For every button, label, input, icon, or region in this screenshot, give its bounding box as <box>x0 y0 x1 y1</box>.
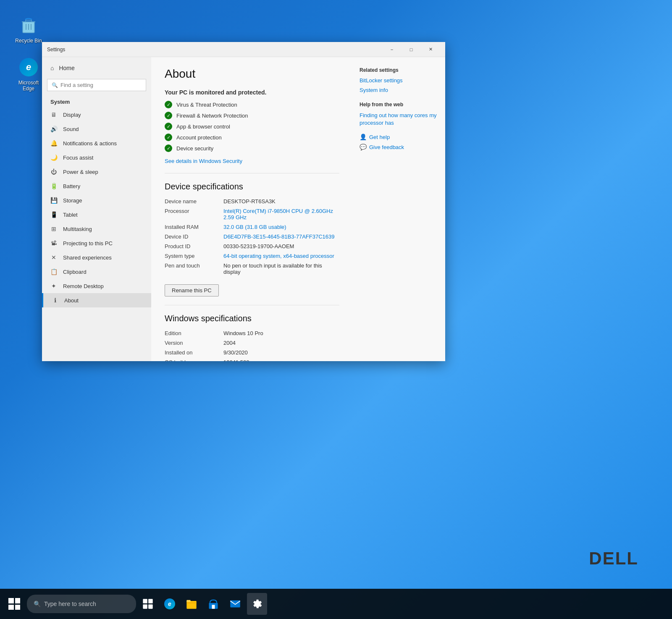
svg-rect-4 <box>148 604 153 609</box>
system-info-link[interactable]: System info <box>360 87 438 93</box>
microsoft-edge-desktop-icon[interactable]: e Microsoft Edge <box>12 55 45 94</box>
spec-label-edition: Edition <box>165 330 223 336</box>
spec-row-product-id: Product ID 00330-52319-19700-AAOEM <box>165 243 339 249</box>
divider-specs <box>165 173 339 173</box>
sidebar-item-tablet[interactable]: 📱 Tablet <box>42 207 151 222</box>
sidebar-item-focus[interactable]: 🌙 Focus assist <box>42 150 151 165</box>
help-link[interactable]: Finding out how many cores my processor … <box>360 112 438 127</box>
taskbar-explorer-button[interactable] <box>181 593 202 615</box>
check-account-icon <box>165 134 172 141</box>
protection-item-account: Account protection <box>165 134 339 141</box>
about-icon: ℹ <box>52 297 58 304</box>
taskbar-search-box[interactable]: 🔍 <box>27 595 136 613</box>
browser-label: App & browser control <box>176 123 230 130</box>
spec-row-version: Version 2004 <box>165 340 339 346</box>
sidebar-item-power[interactable]: ⏻ Power & sleep <box>42 165 151 179</box>
settings-window: Settings − □ ✕ ⌂ Home 🔍 System <box>42 42 445 361</box>
sidebar-item-clipboard[interactable]: 📋 Clipboard <box>42 265 151 279</box>
check-browser-icon <box>165 123 172 130</box>
recycle-bin-icon[interactable]: Recycle Bin <box>12 13 45 46</box>
spec-row-processor: Processor Intel(R) Core(TM) i7-9850H CPU… <box>165 208 339 220</box>
bitlocker-link[interactable]: BitLocker settings <box>360 77 438 84</box>
spec-value-os-build: 19041.508 <box>223 359 339 361</box>
account-label: Account protection <box>176 134 222 141</box>
protection-item-device: Device security <box>165 144 339 152</box>
sidebar-item-battery[interactable]: 🔋 Battery <box>42 179 151 193</box>
sidebar-search-box[interactable]: 🔍 <box>47 79 146 91</box>
projecting-icon: 📽 <box>50 240 57 247</box>
sidebar-home[interactable]: ⌂ Home <box>42 60 151 76</box>
spec-row-device-name: Device name DESKTOP-RT6SA3K <box>165 198 339 205</box>
spec-row-device-id: Device ID D6E4D7FB-3E15-4645-81B3-77AFF3… <box>165 233 339 240</box>
sidebar-item-shared[interactable]: ✕ Shared experiences <box>42 250 151 265</box>
firewall-label: Firewall & Network Protection <box>176 113 248 119</box>
taskbar-edge-button[interactable]: e <box>160 593 180 615</box>
close-button[interactable]: ✕ <box>421 42 440 57</box>
recycle-bin-label: Recycle Bin <box>15 38 42 44</box>
related-settings-title: Related settings <box>360 67 438 73</box>
taskbar-settings-button[interactable] <box>247 593 267 615</box>
protection-item-virus: Virus & Threat Protection <box>165 101 339 108</box>
taskbar-store-button[interactable] <box>203 593 223 615</box>
get-help-link[interactable]: Get help <box>369 134 390 140</box>
sidebar-item-notifications[interactable]: 🔔 Notifications & actions <box>42 136 151 150</box>
spec-label-os-build: OS build <box>165 359 223 361</box>
search-icon: 🔍 <box>52 82 58 88</box>
protection-item-firewall: Firewall & Network Protection <box>165 112 339 119</box>
sidebar-item-remote[interactable]: ✦ Remote Desktop <box>42 279 151 293</box>
svg-rect-6 <box>186 600 190 602</box>
battery-label: Battery <box>63 183 80 189</box>
content-with-panel: About Your PC is monitored and protected… <box>151 57 445 361</box>
spec-row-pen-touch: Pen and touch No pen or touch input is a… <box>165 262 339 275</box>
window-controls: − □ ✕ <box>382 42 440 57</box>
spec-label-installed-on: Installed on <box>165 349 223 356</box>
maximize-button[interactable]: □ <box>402 42 421 57</box>
check-firewall-icon <box>165 112 172 119</box>
sidebar-item-sound[interactable]: 🔊 Sound <box>42 122 151 136</box>
minimize-button[interactable]: − <box>382 42 402 57</box>
focus-label: Focus assist <box>63 155 93 161</box>
get-help-icon: 👤 <box>360 134 367 140</box>
remote-icon: ✦ <box>50 283 57 289</box>
sidebar-item-about[interactable]: ℹ About <box>42 293 151 307</box>
taskbar-task-view[interactable] <box>138 593 158 615</box>
home-icon: ⌂ <box>50 65 54 71</box>
multitasking-label: Multitasking <box>63 226 92 232</box>
edge-image: e <box>18 57 39 77</box>
sidebar-search-input[interactable] <box>60 82 142 88</box>
svg-rect-8 <box>212 605 215 609</box>
see-details-link[interactable]: See details in Windows Security <box>165 158 242 164</box>
power-icon: ⏻ <box>50 168 57 175</box>
give-feedback-link[interactable]: Give feedback <box>369 144 404 150</box>
sidebar-item-storage[interactable]: 💾 Storage <box>42 193 151 207</box>
sidebar-item-display[interactable]: 🖥 Display <box>42 108 151 122</box>
focus-icon: 🌙 <box>50 154 57 161</box>
spec-value-pen-touch: No pen or touch input is available for t… <box>223 262 339 275</box>
about-label: About <box>64 297 79 304</box>
sound-label: Sound <box>63 126 79 132</box>
taskbar-search-input[interactable] <box>44 601 120 607</box>
sidebar-section-system: System <box>42 94 151 108</box>
svg-rect-9 <box>230 601 240 607</box>
device-specs-title: Device specifications <box>165 182 339 191</box>
main-content: About Your PC is monitored and protected… <box>151 57 353 361</box>
home-label: Home <box>59 65 74 71</box>
page-title: About <box>165 67 339 81</box>
notifications-icon: 🔔 <box>50 140 57 147</box>
device-label: Device security <box>176 145 213 152</box>
sidebar-item-projecting[interactable]: 📽 Projecting to this PC <box>42 236 151 250</box>
protection-item-browser: App & browser control <box>165 123 339 130</box>
check-device-icon <box>165 144 172 152</box>
rename-pc-button[interactable]: Rename this PC <box>165 284 219 296</box>
start-icon <box>8 598 20 610</box>
spec-label-processor: Processor <box>165 208 223 220</box>
taskbar-mail-button[interactable] <box>225 593 245 615</box>
windows-specs-title: Windows specifications <box>165 314 339 323</box>
sidebar-item-multitasking[interactable]: ⊞ Multitasking <box>42 222 151 236</box>
start-button[interactable] <box>3 593 25 615</box>
spec-label-version: Version <box>165 340 223 346</box>
clipboard-label: Clipboard <box>63 269 87 275</box>
help-title: Help from the web <box>360 102 438 108</box>
check-virus-icon <box>165 101 172 108</box>
right-panel: Related settings BitLocker settings Syst… <box>353 57 445 361</box>
